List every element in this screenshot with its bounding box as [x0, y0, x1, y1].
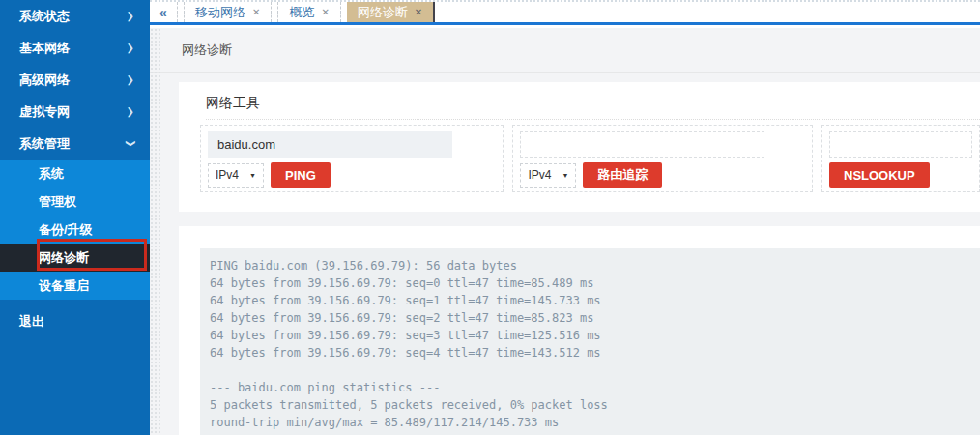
main-area: « 移动网络 ✕ 概览 ✕ 网络诊断 ✕ 网络诊断 网络工具	[150, 0, 980, 435]
traceroute-controls-row: IPv4 ▼ 路由追踪	[520, 162, 805, 188]
close-icon[interactable]: ✕	[321, 7, 329, 17]
sidebar-item-label: 高级网络	[19, 72, 70, 89]
output-line: 64 bytes from 39.156.69.79: seq=4 ttl=47…	[210, 344, 980, 362]
page-title-bar: 网络诊断	[150, 28, 980, 72]
chevron-down-icon: ❯	[125, 139, 135, 147]
logout-label: 退出	[19, 313, 44, 331]
chevron-right-icon: ❯	[127, 43, 134, 53]
tab-label: 移动网络	[195, 4, 245, 21]
sidebar-item-system-management[interactable]: 系统管理 ❯	[0, 128, 150, 160]
caret-down-icon: ▼	[562, 172, 569, 179]
chevron-right-icon: ❯	[127, 74, 134, 85]
traceroute-ip-version-value: IPv4	[528, 168, 551, 182]
diagnosis-results-panel: PING baidu.com (39.156.69.79): 56 data b…	[179, 226, 980, 435]
network-tools-panel: 网络工具 IPv4 ▼ PING	[179, 82, 980, 212]
output-line: round-trip min/avg/max = 85.489/117.214/…	[210, 414, 980, 431]
output-line: --- baidu.com ping statistics ---	[210, 379, 980, 396]
close-icon[interactable]: ✕	[415, 7, 422, 17]
traceroute-host-input[interactable]	[520, 131, 764, 158]
traceroute-button[interactable]: 路由追踪	[583, 162, 662, 188]
sidebar-item-logout[interactable]: 退出	[0, 305, 150, 337]
close-icon[interactable]: ✕	[252, 7, 260, 17]
chevron-right-icon: ❯	[127, 106, 134, 117]
chevron-right-icon: ❯	[127, 11, 134, 21]
tab-bar: « 移动网络 ✕ 概览 ✕ 网络诊断 ✕	[150, 0, 980, 25]
double-chevron-left-icon: «	[159, 5, 167, 20]
output-line: 64 bytes from 39.156.69.79: seq=0 ttl=47…	[210, 275, 980, 292]
ping-output-box: PING baidu.com (39.156.69.79): 56 data b…	[200, 248, 980, 435]
nslookup-host-input[interactable]	[829, 131, 972, 158]
output-line: 64 bytes from 39.156.69.79: seq=3 ttl=47…	[210, 327, 980, 344]
system-management-submenu: 系统 管理权 备份/升级 网络诊断 设备重启	[0, 160, 150, 300]
submenu-item-label: 系统	[39, 165, 64, 183]
sidebar-item-vpn[interactable]: 虚拟专网 ❯	[0, 96, 150, 128]
nslookup-button[interactable]: NSLOOKUP	[829, 162, 930, 188]
output-line: 64 bytes from 39.156.69.79: seq=1 ttl=47…	[210, 292, 980, 309]
ping-host-input[interactable]	[208, 131, 452, 158]
sidebar-item-label: 系统管理	[19, 135, 70, 153]
submenu-item-network-diagnosis[interactable]: 网络诊断	[0, 244, 150, 272]
submenu-item-label: 管理权	[39, 193, 76, 211]
submenu-item-admin-rights[interactable]: 管理权	[0, 188, 150, 216]
tab-label: 概览	[289, 4, 314, 21]
tab-network-diagnosis[interactable]: 网络诊断 ✕	[347, 2, 435, 22]
collapse-tabs-button[interactable]: «	[150, 2, 178, 22]
ping-ip-version-select[interactable]: IPv4 ▼	[208, 163, 264, 188]
page-title: 网络诊断	[182, 43, 232, 57]
traceroute-section: IPv4 ▼ 路由追踪	[512, 125, 813, 192]
tab-label: 网络诊断	[358, 4, 408, 21]
output-line: PING baidu.com (39.156.69.79): 56 data b…	[210, 257, 980, 275]
tool-sections: IPv4 ▼ PING IPv4 ▼ 路由追踪	[200, 125, 980, 192]
content-area: 网络诊断 网络工具 IPv4 ▼ PING	[150, 28, 980, 435]
sidebar-item-advanced-network[interactable]: 高级网络 ❯	[0, 64, 150, 96]
sidebar-item-label: 系统状态	[19, 8, 70, 25]
tab-overview[interactable]: 概览 ✕	[277, 2, 340, 22]
submenu-item-device-reboot[interactable]: 设备重启	[0, 272, 150, 300]
output-line: 5 packets transmitted, 5 packets receive…	[210, 396, 980, 414]
submenu-item-system[interactable]: 系统	[0, 160, 150, 188]
traceroute-ip-version-select[interactable]: IPv4 ▼	[520, 163, 576, 188]
output-line: 64 bytes from 39.156.69.79: seq=2 ttl=47…	[210, 309, 980, 327]
sidebar-item-system-status[interactable]: 系统状态 ❯	[0, 0, 150, 32]
sidebar-item-label: 基本网络	[19, 40, 70, 57]
submenu-item-label: 备份/升级	[39, 221, 93, 239]
sidebar-item-label: 虚拟专网	[19, 103, 70, 121]
caret-down-icon: ▼	[249, 172, 256, 179]
ping-button[interactable]: PING	[271, 162, 331, 188]
submenu-item-label: 设备重启	[39, 277, 89, 295]
submenu-item-label: 网络诊断	[39, 249, 89, 267]
nslookup-controls-row: NSLOOKUP	[829, 162, 972, 188]
sidebar: 系统状态 ❯ 基本网络 ❯ 高级网络 ❯ 虚拟专网 ❯ 系统管理 ❯ 系统 管理…	[0, 0, 150, 435]
ping-section: IPv4 ▼ PING	[200, 125, 504, 192]
submenu-item-backup-upgrade[interactable]: 备份/升级	[0, 216, 150, 244]
ping-ip-version-value: IPv4	[216, 168, 239, 182]
nslookup-section: NSLOOKUP	[821, 125, 980, 192]
output-line	[210, 362, 980, 379]
sidebar-item-basic-network[interactable]: 基本网络 ❯	[0, 32, 150, 64]
ping-controls-row: IPv4 ▼ PING	[208, 162, 496, 188]
network-tools-heading: 网络工具	[206, 82, 980, 120]
tab-mobile-network[interactable]: 移动网络 ✕	[184, 2, 272, 22]
